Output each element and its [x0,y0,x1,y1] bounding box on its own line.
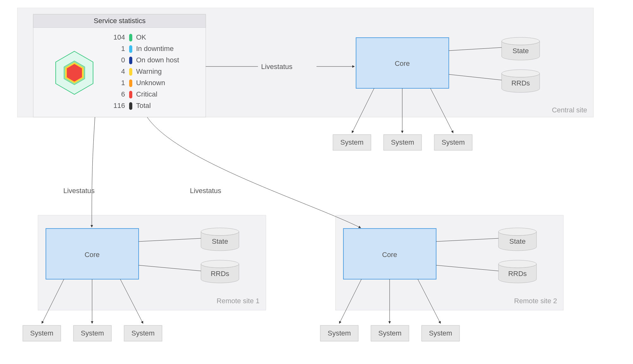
stat-value: 0 [121,56,125,64]
stat-label: On down host [136,56,179,64]
remote1-core-label: Core [85,251,100,259]
system-label: System [378,329,401,337]
stat-value: 116 [113,102,125,110]
stats-title: Service statistics [94,17,146,25]
system-label: System [442,138,465,146]
central-site-label: Central site [552,106,587,114]
stat-pill [129,45,132,53]
system-label: System [131,329,154,337]
system-label: System [81,329,104,337]
central-core-label: Core [395,60,410,67]
stat-pill [129,91,132,98]
system-label: System [340,138,363,146]
stat-pill [129,102,132,110]
remote2-db-rrds-label: RRDs [508,270,527,278]
stat-label: Warning [136,67,162,75]
central-db-rrds-label: RRDs [511,79,530,87]
remote2-core-label: Core [382,251,397,259]
system-label: System [429,329,452,337]
stats-panel: Service statistics 104OK1In downtime0On … [33,14,206,117]
system-label: System [30,329,53,337]
stat-pill [129,68,132,76]
stat-label: Total [136,102,151,110]
system-label: System [391,138,414,146]
stat-label: OK [136,33,146,41]
stat-pill [129,79,132,87]
stat-pill [129,57,132,64]
remote2-db-state-label: State [509,237,525,245]
stat-label: In downtime [136,45,174,53]
livestatus-label-central: Livestatus [261,63,292,71]
stat-label: Critical [136,90,157,98]
remote1-db-state-label: State [212,237,228,245]
stat-pill [129,34,132,41]
remote1-label: Remote site 1 [216,297,260,305]
stat-label: Unknown [136,79,165,87]
central-db-state-label: State [512,47,529,55]
stat-value: 104 [113,33,125,41]
remote1-db-rrds-label: RRDs [211,270,229,278]
stat-value: 1 [121,79,125,87]
architecture-diagram: Central site Service statistics 104OK1In… [0,0,633,364]
stat-value: 1 [121,45,125,53]
livestatus-label-remote2: Livestatus [190,187,221,195]
livestatus-label-remote1: Livestatus [63,187,95,195]
stat-value: 4 [121,67,125,75]
stat-value: 6 [121,90,125,98]
remote2-label: Remote site 2 [514,297,557,305]
system-label: System [328,329,351,337]
